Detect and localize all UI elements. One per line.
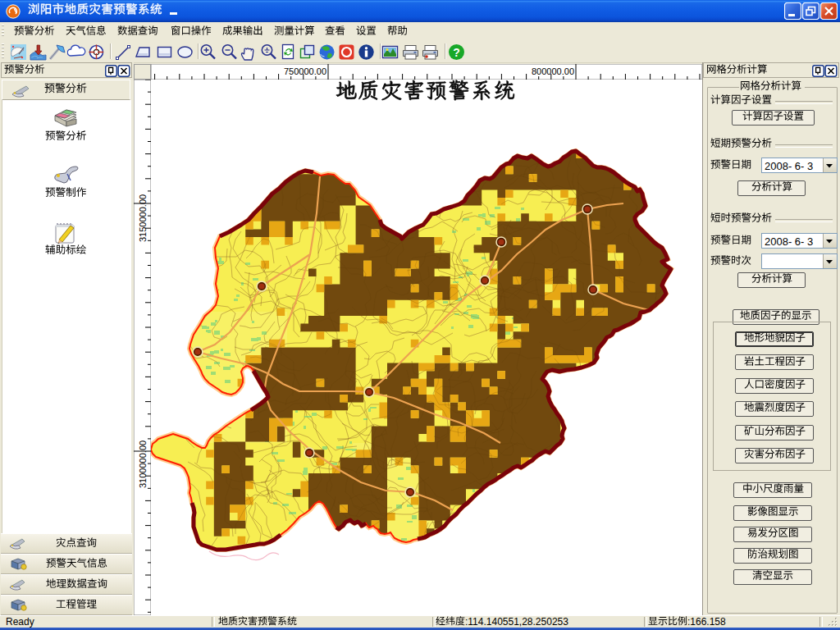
svg-text:3100000.00: 3100000.00	[138, 441, 148, 488]
svg-text:3150000.00: 3150000.00	[138, 194, 148, 242]
svg-text:750000.00: 750000.00	[284, 66, 326, 76]
svg-text:?: ?	[453, 46, 460, 59]
svg-text:800000.00: 800000.00	[532, 66, 574, 76]
